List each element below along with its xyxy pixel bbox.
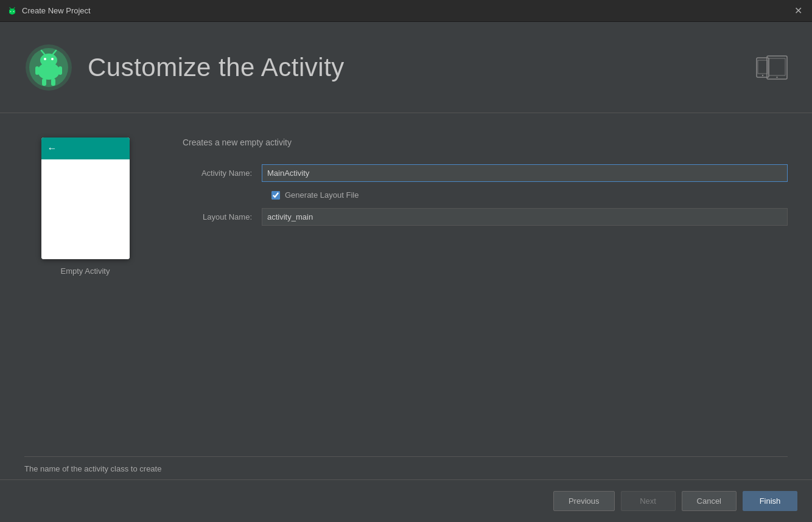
previous-button[interactable]: Previous bbox=[553, 491, 615, 511]
layout-name-label: Layout Name: bbox=[183, 212, 262, 221]
activity-name-label: Activity Name: bbox=[183, 169, 262, 178]
preview-bar: ← bbox=[41, 137, 130, 159]
svg-rect-17 bbox=[51, 78, 55, 86]
generate-layout-row: Generate Layout File bbox=[271, 190, 788, 200]
footer: Previous Next Cancel Finish bbox=[0, 479, 812, 522]
close-button[interactable]: ✕ bbox=[792, 5, 805, 17]
device-icons bbox=[756, 55, 788, 80]
header-left: Customize the Activity bbox=[24, 43, 345, 92]
generate-layout-checkbox[interactable] bbox=[271, 191, 280, 200]
svg-rect-19 bbox=[758, 60, 768, 74]
layout-name-row: Layout Name: bbox=[183, 208, 788, 226]
back-arrow-icon: ← bbox=[47, 143, 57, 154]
activity-name-input[interactable] bbox=[262, 164, 788, 182]
phone-preview: ← bbox=[41, 137, 130, 259]
hint-area: The name of the activity class to create bbox=[24, 456, 788, 473]
title-bar: Create New Project ✕ bbox=[0, 0, 812, 22]
finish-button[interactable]: Finish bbox=[743, 491, 797, 511]
svg-rect-22 bbox=[769, 58, 785, 75]
svg-point-11 bbox=[51, 58, 54, 60]
window-title: Create New Project bbox=[22, 6, 91, 15]
preview-section: ← Empty Activity bbox=[24, 137, 146, 473]
generate-layout-label: Generate Layout File bbox=[285, 190, 359, 200]
svg-rect-15 bbox=[58, 66, 62, 75]
preview-body bbox=[41, 159, 130, 259]
svg-rect-14 bbox=[35, 66, 39, 75]
svg-line-4 bbox=[10, 7, 11, 9]
activity-description: Creates a new empty activity bbox=[183, 137, 788, 147]
layout-name-input[interactable] bbox=[262, 208, 788, 226]
svg-line-5 bbox=[14, 7, 15, 9]
cancel-button[interactable]: Cancel bbox=[682, 491, 737, 511]
page-title: Customize the Activity bbox=[88, 53, 345, 82]
app-icon bbox=[7, 6, 17, 16]
header: Customize the Activity bbox=[0, 22, 812, 113]
svg-point-2 bbox=[10, 11, 12, 12]
svg-rect-1 bbox=[9, 10, 15, 13]
android-studio-logo bbox=[24, 43, 73, 92]
svg-point-9 bbox=[40, 54, 57, 67]
activity-name-row: Activity Name: bbox=[183, 164, 788, 182]
form-section: Creates a new empty activity Activity Na… bbox=[183, 137, 788, 473]
svg-point-23 bbox=[776, 76, 777, 77]
main-content: ← Empty Activity Creates a new empty act… bbox=[0, 113, 812, 473]
preview-label: Empty Activity bbox=[61, 266, 110, 276]
svg-point-3 bbox=[13, 11, 15, 12]
hint-text: The name of the activity class to create bbox=[24, 464, 788, 473]
svg-rect-16 bbox=[42, 78, 46, 86]
title-bar-left: Create New Project bbox=[7, 6, 91, 16]
next-button[interactable]: Next bbox=[621, 491, 676, 511]
svg-point-10 bbox=[44, 58, 46, 60]
svg-point-20 bbox=[762, 74, 763, 75]
